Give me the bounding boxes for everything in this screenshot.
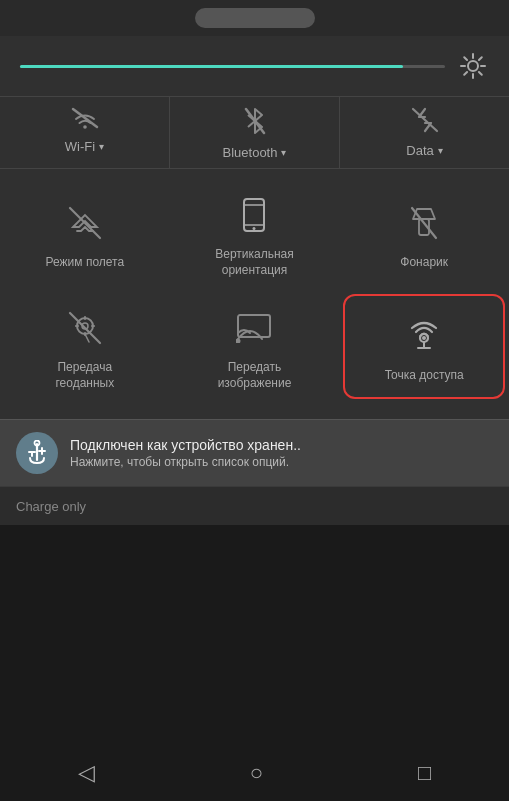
bluetooth-toggle[interactable]: Bluetooth ▾: [169, 97, 339, 168]
bluetooth-icon: [244, 107, 266, 141]
orientation-icon: [232, 193, 276, 237]
top-bar: [0, 0, 509, 36]
tile-hotspot-label: Точка доступа: [385, 368, 464, 384]
tile-airplane-label: Режим полета: [46, 255, 125, 271]
wifi-icon: [71, 107, 99, 135]
tile-geodata[interactable]: Передача геоданных: [0, 290, 170, 403]
svg-rect-14: [244, 199, 264, 231]
svg-line-6: [479, 72, 482, 75]
usb-icon: [16, 432, 58, 474]
svg-point-22: [77, 318, 93, 334]
data-arrow: ▾: [438, 145, 443, 156]
tile-cast-label: Передать изображение: [218, 360, 292, 391]
notification-text: Подключен как устройство хранен.. Нажмит…: [70, 437, 493, 469]
hotspot-icon: [402, 314, 446, 358]
tile-orientation-label: Вертикальная ориентация: [215, 247, 294, 278]
svg-line-13: [70, 208, 100, 238]
notification-subtitle: Нажмите, чтобы открыть список опций.: [70, 455, 493, 469]
tile-orientation[interactable]: Вертикальная ориентация: [170, 177, 340, 290]
wifi-toggle[interactable]: Wi-Fi ▾: [0, 97, 169, 168]
data-icon: [411, 107, 439, 139]
top-bar-pill: [195, 8, 315, 28]
nav-bar: ◁ ○ □: [0, 745, 509, 801]
notification-bar[interactable]: Подключен как устройство хранен.. Нажмит…: [0, 419, 509, 486]
bluetooth-arrow: ▾: [281, 147, 286, 158]
tile-flashlight[interactable]: Фонарик: [339, 177, 509, 290]
wifi-arrow: ▾: [99, 141, 104, 152]
tile-hotspot[interactable]: Точка доступа: [343, 294, 505, 399]
tile-cast[interactable]: Передать изображение: [170, 290, 340, 403]
tile-flashlight-label: Фонарик: [400, 255, 448, 271]
charge-bar: Charge only: [0, 486, 509, 525]
brightness-row: [0, 36, 509, 96]
notification-title: Подключен как устройство хранен..: [70, 437, 390, 453]
nav-back-button[interactable]: ◁: [58, 752, 115, 794]
data-label: Data: [406, 143, 433, 158]
flashlight-icon: [402, 201, 446, 245]
toggle-row: Wi-Fi ▾ Bluetooth ▾: [0, 96, 509, 169]
svg-point-10: [83, 125, 87, 129]
geo-icon: [63, 306, 107, 350]
brightness-fill: [20, 65, 403, 68]
bluetooth-label-row: Bluetooth ▾: [223, 145, 287, 160]
svg-line-12: [413, 109, 437, 131]
tile-airplane[interactable]: Режим полета: [0, 177, 170, 290]
nav-home-button[interactable]: ○: [230, 752, 283, 794]
quick-settings-panel: Wi-Fi ▾ Bluetooth ▾: [0, 36, 509, 419]
svg-point-31: [422, 336, 426, 340]
cast-icon: [232, 306, 276, 350]
svg-point-0: [468, 61, 478, 71]
wifi-label: Wi-Fi: [65, 139, 95, 154]
bluetooth-label: Bluetooth: [223, 145, 278, 160]
wifi-label-row: Wi-Fi ▾: [65, 139, 104, 154]
brightness-icon[interactable]: [457, 50, 489, 82]
airplane-icon: [63, 201, 107, 245]
svg-line-8: [464, 72, 467, 75]
svg-point-29: [236, 339, 241, 344]
brightness-slider[interactable]: [20, 65, 445, 68]
data-label-row: Data ▾: [406, 143, 442, 158]
svg-line-7: [479, 57, 482, 60]
svg-point-17: [253, 227, 256, 230]
charge-label: Charge only: [16, 499, 86, 514]
tile-geodata-label: Передача геоданных: [55, 360, 114, 391]
tiles-grid: Режим полета Вертикальная ориентация: [0, 169, 509, 411]
svg-line-5: [464, 57, 467, 60]
data-toggle[interactable]: Data ▾: [339, 97, 509, 168]
nav-recents-button[interactable]: □: [398, 752, 451, 794]
